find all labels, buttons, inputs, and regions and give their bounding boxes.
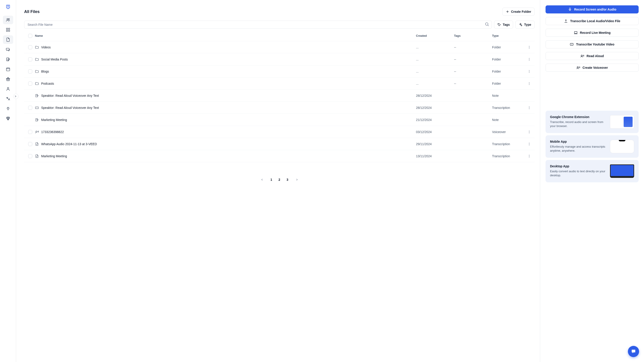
transcribe-local-button[interactable]: Transcribe Local Audio/Video File — [546, 17, 639, 25]
row-more-button[interactable] — [526, 44, 533, 51]
table-row[interactable]: WhatsApp Audio 2024-11-13 at 3-VEED29/11… — [24, 138, 534, 150]
sidebar-item-files[interactable] — [3, 35, 13, 44]
svg-point-9 — [7, 87, 9, 89]
sidebar-item-chat[interactable] — [3, 45, 13, 54]
promo-card[interactable]: Desktop AppEasily convert audio to text … — [546, 160, 639, 182]
sidebar-item-notes[interactable] — [3, 55, 13, 64]
svg-rect-4 — [6, 30, 8, 32]
row-type: Transcription — [492, 106, 526, 110]
row-name: Podcasts — [35, 82, 416, 86]
promo-desc: Easily convert audio to text directly on… — [550, 169, 607, 177]
sidebar-item-gift[interactable] — [3, 75, 13, 83]
row-type: Voiceover — [492, 130, 526, 134]
search-input[interactable] — [24, 21, 492, 29]
svg-point-28 — [36, 131, 37, 132]
row-name: Marketing Meeting — [35, 154, 416, 158]
create-voiceover-button[interactable]: Create Voiceover — [546, 64, 639, 72]
row-type: Folder — [492, 58, 526, 61]
speak-icon — [580, 54, 584, 58]
svg-point-41 — [581, 55, 582, 56]
table-row[interactable]: Blogs...--Folder — [24, 65, 534, 78]
sidebar-item-plug[interactable] — [3, 104, 13, 113]
row-checkbox[interactable] — [28, 154, 32, 158]
table-row[interactable]: Speaktor: Read Aloud Voiceover Any Text2… — [24, 90, 534, 102]
transcribe-youtube-button[interactable]: Transcribe Youtube Video — [546, 40, 639, 48]
upload-icon — [564, 19, 568, 23]
type-filter-label: Type — [524, 23, 531, 27]
row-created: 13/11/2024 — [416, 154, 454, 158]
type-filter-button[interactable]: Type — [515, 21, 534, 29]
row-checkbox[interactable] — [28, 106, 32, 110]
row-created: 28/12/2024 — [416, 94, 454, 97]
sidebar-item-calendar[interactable] — [3, 65, 13, 73]
row-more-button[interactable] — [526, 104, 533, 111]
sidebar-item-people[interactable] — [3, 16, 13, 24]
table-header: Name Created Tags Type — [24, 31, 534, 41]
row-checkbox[interactable] — [28, 45, 32, 49]
row-more-button[interactable] — [526, 68, 533, 75]
row-checkbox[interactable] — [28, 82, 32, 86]
svg-point-15 — [529, 58, 530, 59]
pagination-page-1[interactable]: 1 — [268, 176, 276, 184]
table-row[interactable]: Marketing Meeting21/12/2024Note — [24, 114, 534, 126]
table-row[interactable]: 173323639882203/12/2024Voiceover — [24, 126, 534, 138]
page-title: All Files — [24, 10, 40, 14]
row-more-button[interactable] — [526, 56, 533, 63]
col-name: Name — [35, 34, 416, 37]
promo-card[interactable]: Mobile AppEffortlessly manage and access… — [546, 135, 639, 158]
table-row[interactable]: Podcasts...--Folder — [24, 78, 534, 90]
sidebar-expand-button[interactable] — [13, 94, 18, 99]
row-tags: -- — [454, 70, 492, 73]
row-name: Speaktor: Read Aloud Voiceover Any Text — [35, 94, 416, 98]
row-more-button[interactable] — [526, 128, 533, 135]
youtube-icon — [570, 42, 574, 46]
row-more-button[interactable] — [526, 140, 533, 148]
create-folder-button[interactable]: Create Folder — [502, 8, 534, 16]
row-checkbox[interactable] — [28, 69, 32, 73]
record-screen-button[interactable]: Record Screen and/or Audio — [546, 5, 639, 14]
chat-fab[interactable] — [628, 346, 639, 357]
create-folder-label: Create Folder — [511, 10, 531, 14]
pagination-page-2[interactable]: 2 — [276, 176, 284, 184]
promo-image — [610, 164, 634, 178]
row-created: 03/12/2024 — [416, 130, 454, 134]
record-meeting-button[interactable]: Record Live Meeting — [546, 29, 639, 37]
tags-filter-label: Tags — [503, 23, 510, 27]
svg-point-27 — [529, 108, 530, 109]
pagination-next[interactable] — [293, 176, 301, 184]
row-more-button[interactable] — [526, 80, 533, 87]
svg-rect-3 — [8, 28, 10, 30]
svg-point-12 — [529, 46, 530, 46]
row-checkbox[interactable] — [28, 57, 32, 61]
svg-point-19 — [529, 71, 530, 71]
table-row[interactable]: Marketing Meeting13/11/2024Transcription — [24, 150, 534, 162]
row-checkbox[interactable] — [28, 142, 32, 146]
promo-card[interactable]: Google Chrome ExtensionTranscribe, recor… — [546, 111, 639, 133]
pagination-prev[interactable] — [258, 176, 266, 184]
sidebar-item-dashboard[interactable] — [3, 26, 13, 34]
svg-point-33 — [529, 144, 530, 144]
svg-point-34 — [529, 145, 530, 145]
row-more-button[interactable] — [526, 152, 533, 160]
table-row[interactable]: Social Media Posts...--Folder — [24, 53, 534, 65]
read-aloud-button[interactable]: Read Aloud — [546, 52, 639, 60]
sidebar-item-translate[interactable] — [3, 95, 13, 103]
sidebar-item-diamond[interactable] — [3, 114, 13, 123]
row-checkbox[interactable] — [28, 130, 32, 134]
table-row[interactable]: Speaktor: Read Aloud Voiceover Any Text2… — [24, 102, 534, 114]
plus-icon — [506, 10, 509, 14]
svg-point-20 — [529, 72, 530, 73]
tags-filter-button[interactable]: Tags — [494, 21, 513, 29]
row-tags: -- — [454, 46, 492, 49]
row-tags: -- — [454, 58, 492, 61]
select-all-checkbox[interactable] — [28, 34, 32, 38]
svg-point-0 — [7, 19, 8, 20]
side-panel: Record Screen and/or Audio Transcribe Lo… — [540, 0, 644, 362]
table-row[interactable]: Videos...--Folder — [24, 41, 534, 53]
row-type: Transcription — [492, 154, 526, 158]
row-created: 21/12/2024 — [416, 118, 454, 122]
svg-point-14 — [529, 48, 530, 48]
sidebar-item-profile[interactable] — [3, 85, 13, 93]
pagination-page-3[interactable]: 3 — [284, 176, 292, 184]
promo-title: Mobile App — [550, 140, 607, 143]
